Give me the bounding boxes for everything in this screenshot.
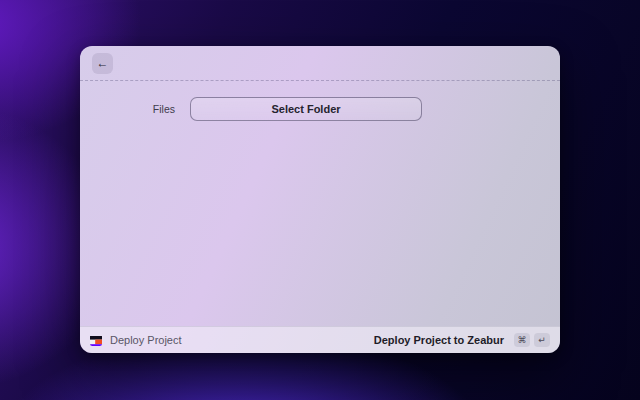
command-key-icon: ⌘ bbox=[514, 333, 530, 347]
extension-title: Deploy Project bbox=[110, 334, 182, 346]
select-folder-button[interactable]: Select Folder bbox=[190, 97, 422, 121]
window-header: ← bbox=[80, 46, 560, 81]
back-button[interactable]: ← bbox=[92, 53, 113, 74]
zeabur-logo-icon bbox=[90, 334, 102, 346]
files-field-label: Files bbox=[80, 103, 190, 115]
primary-action[interactable]: Deploy Project to Zeabur ⌘ ↵ bbox=[374, 333, 550, 347]
action-bar: Deploy Project Deploy Project to Zeabur … bbox=[80, 326, 560, 353]
files-form-row: Files Select Folder bbox=[80, 97, 560, 121]
return-key-icon: ↵ bbox=[534, 333, 550, 347]
raycast-window: ← Files Select Folder Deploy Project Dep… bbox=[80, 46, 560, 353]
form-content: Files Select Folder bbox=[80, 81, 560, 326]
extension-identity: Deploy Project bbox=[90, 334, 182, 346]
primary-action-label: Deploy Project to Zeabur bbox=[374, 334, 504, 346]
